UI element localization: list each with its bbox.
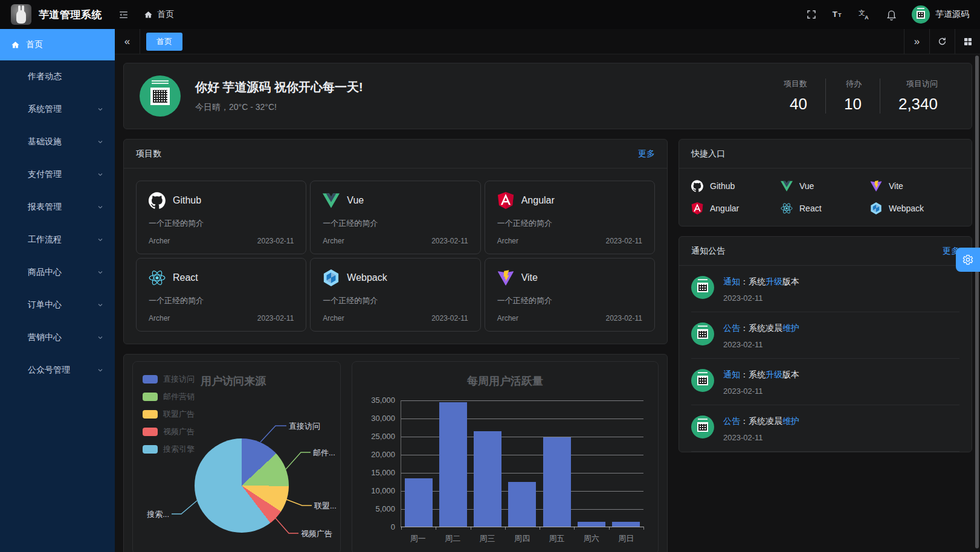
shortcut-angular[interactable]: Angular	[691, 202, 781, 214]
project-card-angular[interactable]: Angular一个正经的简介Archer2023-02-11	[485, 181, 655, 254]
welcome-card: 你好 芋道源码 祝你开心每一天! 今日晴，20°C - 32°C! 项目数40待…	[123, 63, 972, 129]
welcome-texts: 你好 芋道源码 祝你开心每一天! 今日晴，20°C - 32°C!	[195, 79, 363, 113]
notice-content: 通知：系统升级版本2023-02-11	[723, 369, 799, 396]
stat-项目数: 项目数40	[766, 79, 825, 114]
x-axis-tick	[574, 527, 575, 530]
sidebar: 首页作者动态系统管理基础设施支付管理报表管理工作流程商品中心订单中心营销中心公众…	[0, 29, 115, 552]
notice-item-1[interactable]: 通知：系统升级版本2023-02-11	[691, 266, 959, 312]
collapse-left-icon[interactable]: «	[115, 29, 140, 54]
bar-周六[interactable]	[578, 522, 605, 527]
shortcut-webpack[interactable]: Webpack	[870, 202, 959, 214]
notice-date: 2023-02-11	[723, 433, 799, 442]
project-description: 一个正经的简介	[497, 295, 642, 306]
expand-right-icon[interactable]: »	[904, 29, 929, 54]
project-description: 一个正经的简介	[149, 218, 294, 229]
sidebar-item-1[interactable]: 作者动态	[0, 60, 115, 93]
y-axis-tick-label: 5,000	[354, 504, 395, 513]
bell-icon[interactable]	[885, 8, 897, 21]
refresh-icon[interactable]	[929, 29, 955, 54]
project-card-header: Angular	[497, 192, 642, 209]
app-header: 芋道管理系统 首页 TT 文A 芋道源码	[0, 0, 980, 29]
user-menu[interactable]: 芋道源码	[912, 5, 969, 24]
breadcrumb[interactable]: 首页	[144, 9, 174, 20]
shortcut-react[interactable]: React	[781, 202, 870, 214]
project-footer: Archer2023-02-11	[323, 314, 468, 323]
project-card-webpack[interactable]: Webpack一个正经的简介Archer2023-02-11	[310, 258, 480, 332]
shortcut-vite[interactable]: Vite	[870, 180, 959, 192]
layout-grid-icon[interactable]	[955, 29, 980, 54]
notice-item-3[interactable]: 通知：系统升级版本2023-02-11	[691, 359, 959, 405]
breadcrumb-home: 首页	[157, 9, 174, 20]
chevron-down-icon	[97, 269, 104, 276]
project-card-vue[interactable]: Vue一个正经的简介Archer2023-02-11	[310, 181, 480, 254]
chevron-down-icon	[97, 367, 104, 374]
project-card-react[interactable]: React一个正经的简介Archer2023-02-11	[136, 258, 306, 332]
x-axis-tick	[401, 527, 402, 530]
tabbar: « 首页 »	[115, 29, 980, 54]
bar-chart-plot: 05,00010,00015,00020,00025,00030,00035,0…	[401, 400, 643, 527]
webpack-icon	[870, 202, 882, 214]
y-axis-tick-label: 15,000	[354, 468, 395, 477]
projects-more-link[interactable]: 更多	[638, 149, 655, 159]
notice-date: 2023-02-11	[723, 387, 799, 396]
page-scrollbar[interactable]	[975, 56, 979, 548]
pie-slice-label: 联盟...	[314, 501, 337, 512]
project-footer: Archer2023-02-11	[149, 314, 294, 323]
x-axis-label: 周三	[480, 533, 495, 544]
settings-button[interactable]	[956, 248, 980, 272]
font-size-icon[interactable]: TT	[832, 8, 844, 21]
bar-周五[interactable]	[543, 437, 571, 527]
fullscreen-icon[interactable]	[805, 8, 817, 21]
bar-chart-panel: 每周用户活跃量 05,00010,00015,00020,00025,00030…	[352, 361, 659, 552]
header-right: TT 文A 芋道源码	[805, 5, 969, 24]
shortcut-label: React	[799, 204, 822, 213]
project-card-github[interactable]: Github一个正经的简介Archer2023-02-11	[136, 181, 306, 254]
shortcut-vue[interactable]: Vue	[781, 180, 870, 192]
stat-项目访问: 项目访问2,340	[880, 79, 956, 114]
tabs: 首页	[140, 29, 904, 54]
stat-value: 10	[844, 95, 862, 114]
menu-fold-icon[interactable]	[118, 9, 129, 21]
chevron-down-icon	[97, 171, 104, 178]
notice-item-4[interactable]: 公告：系统凌晨维护2023-02-11	[691, 405, 959, 452]
notice-avatar	[691, 369, 714, 392]
sidebar-item-label: 订单中心	[28, 300, 62, 310]
stat-label: 项目访问	[898, 79, 938, 89]
sidebar-item-9[interactable]: 营销中心	[0, 321, 115, 354]
project-name: Vue	[347, 195, 364, 206]
bar-周一[interactable]	[405, 478, 433, 527]
sidebar-item-4[interactable]: 支付管理	[0, 158, 115, 191]
project-description: 一个正经的简介	[149, 295, 294, 306]
sidebar-item-2[interactable]: 系统管理	[0, 93, 115, 126]
bar-周四[interactable]	[508, 482, 536, 527]
left-column: 项目数 更多 Github一个正经的简介Archer2023-02-11Vue一…	[123, 139, 668, 552]
app-title: 芋道管理系统	[39, 8, 102, 22]
shortcut-github[interactable]: Github	[691, 180, 781, 192]
sidebar-item-10[interactable]: 公众号管理	[0, 354, 115, 387]
x-axis-tick	[609, 527, 610, 530]
sidebar-item-6[interactable]: 工作流程	[0, 223, 115, 256]
project-footer: Archer2023-02-11	[149, 237, 294, 245]
sidebar-item-5[interactable]: 报表管理	[0, 191, 115, 223]
sidebar-item-8[interactable]: 订单中心	[0, 289, 115, 321]
project-author: Archer	[497, 314, 518, 323]
language-icon[interactable]: 文A	[859, 8, 871, 21]
webpack-icon	[323, 269, 340, 286]
project-card-header: Vite	[497, 269, 642, 286]
sidebar-item-3[interactable]: 基础设施	[0, 126, 115, 158]
sidebar-item-home[interactable]: 首页	[0, 29, 115, 60]
pie-slice-label: 视频广告	[301, 528, 332, 539]
bar-周三[interactable]	[474, 431, 501, 527]
chevron-down-icon	[97, 236, 104, 243]
y-axis-tick-label: 0	[354, 522, 395, 531]
bar-周日[interactable]	[612, 522, 640, 527]
bar-周二[interactable]	[439, 402, 467, 527]
sidebar-item-7[interactable]: 商品中心	[0, 256, 115, 289]
pie-slice-label: 搜索...	[147, 509, 169, 520]
project-card-header: Github	[149, 192, 294, 209]
tab-首页[interactable]: 首页	[146, 33, 182, 51]
vue-icon	[323, 192, 340, 209]
welcome-stats: 项目数40待办10项目访问2,340	[766, 79, 956, 114]
notice-item-2[interactable]: 公告：系统凌晨维护2023-02-11	[691, 312, 959, 359]
project-card-vite[interactable]: Vite一个正经的简介Archer2023-02-11	[485, 258, 655, 332]
